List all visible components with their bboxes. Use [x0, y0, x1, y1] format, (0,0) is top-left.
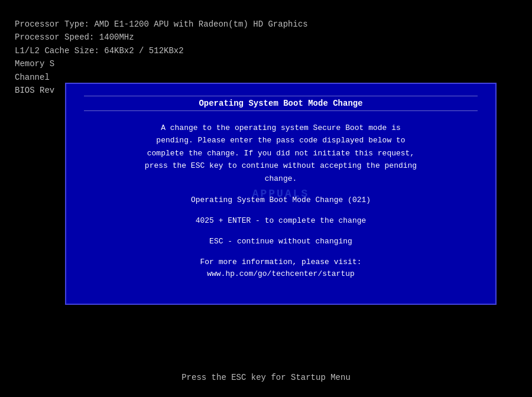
dialog-body: A change to the operating system Secure … — [84, 122, 478, 185]
bios-line-2: Processor Speed: 1400MHz — [15, 31, 308, 44]
dialog-enter-instruction: 4025 + ENTER - to complete the change — [84, 215, 478, 227]
dialog-title: Operating System Boot Mode Change — [84, 96, 478, 111]
bios-screen: Processor Type: AMD E1-1200 APU with Rad… — [0, 0, 532, 397]
bios-line-4: Memory S — [15, 57, 308, 70]
bottom-text: Press the ESC key for Startup Menu — [181, 373, 351, 382]
dialog-info-label: For more information, please visit: — [200, 258, 361, 266]
dialog-mode-line: Operating System Boot Mode Change (021) — [84, 194, 478, 207]
dialog-info: For more information, please visit: www.… — [84, 256, 478, 281]
bios-line-5: Channel — [15, 71, 308, 84]
bios-line-1: Processor Type: AMD E1-1200 APU with Rad… — [15, 18, 308, 31]
dialog-esc-instruction: ESC - continue without changing — [84, 236, 478, 248]
boot-mode-dialog: Operating System Boot Mode Change A chan… — [65, 83, 497, 305]
bottom-status-bar: Press the ESC key for Startup Menu — [0, 373, 532, 382]
dialog-info-url: www.hp.com/go/techcenter/startup — [207, 269, 355, 278]
bios-line-3: L1/L2 Cache Size: 64KBx2 / 512KBx2 — [15, 44, 308, 57]
